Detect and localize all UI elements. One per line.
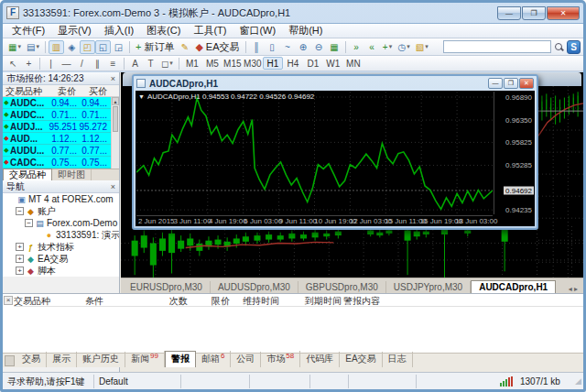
timeframe-mn-button[interactable]: MN — [343, 57, 364, 70]
tree-item-experts[interactable]: +◆EA交易 — [3, 253, 119, 265]
chart-window-audcadpro-h1[interactable]: AUDCADpro,H1 — ❐ ✕ ▼AUDCADpro,H1 0.94553… — [132, 74, 538, 230]
maximize-window-icon[interactable]: ❐ — [522, 6, 546, 20]
chart-shift-button[interactable]: « — [364, 40, 380, 54]
menu-file[interactable]: 文件(F) — [5, 23, 51, 38]
tab-news[interactable]: 新闻99 — [125, 351, 165, 367]
chart-tab-usdjpy[interactable]: USDJPYpro,M30 — [386, 281, 471, 293]
chart-tab-eurusd[interactable]: EURUSDpro,M30 — [123, 281, 211, 293]
shapes-button[interactable]: ◻▾ — [158, 57, 176, 71]
zoom-in-button[interactable]: ⊕ — [296, 40, 311, 54]
tab-market[interactable]: 市场58 — [261, 351, 300, 367]
templates-button[interactable]: ▧▾ — [413, 40, 431, 54]
ea-trading-button[interactable]: ◆EA交易 — [192, 40, 242, 54]
tree-item-scripts[interactable]: +◆脚本 — [3, 265, 119, 277]
scrollbar-thumb[interactable] — [113, 106, 118, 132]
chart-window-titlebar[interactable]: AUDCADpro,H1 — ❐ ✕ — [134, 76, 537, 91]
tree-expander[interactable]: − — [16, 207, 24, 215]
timeframe-h4-button[interactable]: H4 — [283, 57, 303, 70]
market-watch-row[interactable]: ◆AUDC...0.71...0.71... — [3, 109, 119, 121]
timeframe-h1-button[interactable]: H1 — [263, 57, 283, 70]
tile-windows-button[interactable]: ▦ — [327, 40, 342, 54]
chart-close-icon[interactable]: ✕ — [519, 78, 534, 89]
tree-item-account[interactable]: ●33133591: 演示账— — [3, 229, 119, 241]
menu-insert[interactable]: 插入(I) — [98, 23, 140, 38]
mql5-community-icon[interactable]: S — [567, 40, 581, 54]
menu-help[interactable]: 帮助(H) — [282, 23, 329, 38]
tree-expander[interactable]: + — [16, 267, 24, 275]
navigator-toggle-button[interactable]: ◰ — [80, 40, 95, 54]
auto-scroll-button[interactable]: » — [349, 40, 364, 54]
zoom-out-button[interactable]: ⊖ — [311, 40, 327, 54]
tree-item-demo-server[interactable]: −▤Forex.com-Demo 3 — [3, 217, 119, 229]
terminal-toggle-button[interactable]: ◱ — [95, 40, 111, 54]
close-market-watch-icon[interactable]: × — [111, 74, 115, 83]
crosshair-button[interactable]: + — [21, 57, 37, 71]
chart-canvas[interactable]: ▼AUDCADpro,H1 0.94553 0.94722 0.94526 0.… — [136, 91, 535, 226]
market-watch-toggle-button[interactable]: ▥ — [49, 40, 64, 54]
price-scale[interactable]: 0.968900.963500.958250.952850.942350.946… — [494, 92, 535, 214]
cursor-button[interactable]: ↖ — [5, 57, 21, 71]
close-terminal-icon[interactable]: × — [4, 296, 13, 305]
tab-mailbox[interactable]: 邮箱6 — [196, 351, 231, 367]
tab-code-base[interactable]: 代码库 — [300, 352, 340, 367]
tab-experts[interactable]: EA交易 — [340, 352, 382, 367]
tab-journal[interactable]: 日志 — [383, 352, 413, 367]
timeframe-m1-button[interactable]: M1 — [182, 57, 202, 70]
tab-alerts[interactable]: 警报 — [165, 351, 196, 367]
chart-tab-audcad[interactable]: AUDCADpro,H1 — [471, 280, 556, 293]
market-watch-column-headers[interactable]: 交易品种 卖价 买价 — [3, 85, 119, 97]
horizontal-line-button[interactable]: — — [59, 57, 74, 71]
new-chart-button[interactable]: ▦▾ — [5, 40, 24, 54]
chart-restore-icon[interactable]: ❐ — [504, 78, 518, 89]
market-watch-scrollbar[interactable]: ▲ — [111, 97, 119, 169]
periods-button[interactable]: ◷▾ — [396, 40, 413, 54]
search-icon[interactable] — [555, 43, 563, 51]
tree-item-server[interactable]: ▣MT 4 at FOREX.com — [3, 193, 119, 205]
tab-company[interactable]: 公司 — [231, 352, 261, 367]
vertical-line-button[interactable]: | — [43, 57, 59, 71]
title-bar[interactable]: F 33133591: Forex.com-Demo 3 - 模拟帐户 - AU… — [3, 3, 583, 23]
timeframe-m5-button[interactable]: M5 — [202, 57, 222, 70]
timeframe-m30-button[interactable]: M30 — [243, 57, 263, 70]
price-plot[interactable] — [136, 92, 493, 214]
fibonacci-button[interactable]: ≡ — [105, 57, 121, 71]
tab-exposure[interactable]: 展示 — [47, 352, 77, 367]
time-scale[interactable]: 2 Jun 20153 Jun 11:004 Jun 19:006 Jun 03… — [136, 215, 493, 226]
market-watch-row[interactable]: ◆AUDC...0.94...0.94... — [3, 97, 119, 109]
status-profile[interactable]: Default — [94, 375, 181, 388]
menu-charts[interactable]: 图表(C) — [140, 23, 187, 38]
menu-tools[interactable]: 工具(T) — [187, 23, 233, 38]
tree-item-indicators[interactable]: +ƒ技术指标 — [3, 241, 119, 253]
tree-expander[interactable]: + — [16, 255, 24, 263]
menu-window[interactable]: 窗口(W) — [233, 23, 282, 38]
profiles-button[interactable]: ▤▾ — [24, 40, 42, 54]
timeframe-m15-button[interactable]: M15 — [222, 57, 243, 70]
new-order-button[interactable]: +新订单 — [133, 40, 177, 54]
data-window-button[interactable]: ◈ — [64, 40, 80, 54]
line-chart-button[interactable]: ~ — [280, 40, 296, 54]
trendline-button[interactable]: / — [74, 57, 90, 71]
alerts-table-header[interactable]: 交易品种 条件 次数 限价 维持时间 到期时间 警报内容 — [14, 294, 583, 307]
channel-button[interactable]: ∥ — [90, 57, 105, 71]
metaeditor-button[interactable]: ✎ — [177, 40, 192, 54]
text-label-button[interactable]: T — [143, 57, 158, 71]
market-watch-row[interactable]: ◆AUD...1.12...1.12... — [3, 133, 119, 145]
tree-expander[interactable]: − — [25, 219, 33, 227]
market-watch-row[interactable]: ◆AUDU...0.77...0.77... — [3, 145, 119, 157]
menu-view[interactable]: 显示(V) — [51, 23, 98, 38]
chart-minimize-icon[interactable]: — — [488, 78, 503, 89]
minimize-window-icon[interactable]: — — [497, 6, 521, 20]
chart-tab-audusd[interactable]: AUDUSDpro,M30 — [211, 281, 298, 293]
strategy-tester-button[interactable]: ◲ — [111, 40, 126, 54]
text-button[interactable]: A — [127, 57, 143, 71]
tab-scroll-arrows-icon[interactable]: ◂ ▸ — [565, 285, 581, 293]
close-window-icon[interactable]: ✕ — [547, 6, 580, 20]
close-navigator-icon[interactable]: × — [111, 182, 115, 191]
market-watch-row[interactable]: ◆CADC...0.75...0.75... — [3, 157, 119, 169]
search-input[interactable] — [443, 40, 551, 53]
chart-tab-gbpusd[interactable]: GBPUSDpro,M30 — [298, 281, 386, 293]
tab-account-history[interactable]: 账户历史 — [77, 352, 125, 367]
candlestick-chart-button[interactable]: ▯ — [265, 40, 280, 54]
timeframe-w1-button[interactable]: W1 — [323, 57, 343, 70]
tab-tick-chart[interactable]: 即时图 — [52, 169, 92, 180]
